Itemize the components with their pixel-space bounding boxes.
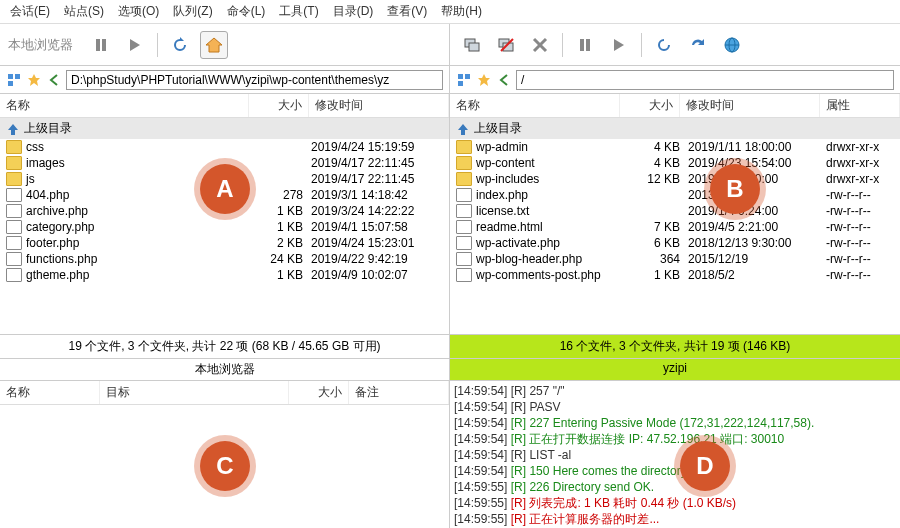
file-attr: -rw-r--r-- [820, 220, 894, 234]
col-note[interactable]: 备注 [349, 381, 449, 404]
col-name[interactable]: 名称 [0, 381, 100, 404]
svg-rect-1 [102, 39, 106, 51]
toolbar-row: 本地浏览器 [0, 24, 900, 66]
remote-tab[interactable]: yzipi [450, 359, 900, 381]
file-icon [6, 236, 22, 250]
file-row[interactable]: index.php2013/9/25-rw-r--r-- [450, 187, 900, 203]
menu-item[interactable]: 工具(T) [279, 3, 318, 20]
file-row[interactable]: gtheme.php1 KB2019/4/9 10:02:07 [0, 267, 449, 283]
file-name: wp-includes [476, 172, 626, 186]
file-icon [456, 252, 472, 266]
abort-icon[interactable] [526, 31, 554, 59]
globe-icon[interactable] [718, 31, 746, 59]
connect-icon[interactable] [458, 31, 486, 59]
remote-status: 16 个文件, 3 个文件夹, 共计 19 项 (146 KB) [450, 334, 900, 359]
refresh-icon[interactable] [650, 31, 678, 59]
file-size: 1 KB [249, 204, 303, 218]
pause-icon[interactable] [571, 31, 599, 59]
col-size[interactable]: 大小 [289, 381, 349, 404]
file-row[interactable]: wp-admin4 KB2019/1/11 18:00:00drwxr-xr-x [450, 139, 900, 155]
tree-icon[interactable] [6, 72, 22, 88]
pause-icon[interactable] [87, 31, 115, 59]
back-icon[interactable] [46, 72, 62, 88]
file-name: functions.php [26, 252, 249, 266]
back-icon[interactable] [496, 72, 512, 88]
log-line: [14:59:54] [R] 正在打开数据连接 IP: 47.52.196.21… [454, 431, 896, 447]
file-row[interactable]: wp-activate.php6 KB2018/12/13 9:30:00-rw… [450, 235, 900, 251]
local-tab[interactable]: 本地浏览器 [0, 359, 450, 381]
menu-item[interactable]: 查看(V) [387, 3, 427, 20]
remote-pane: 名称 大小 修改时间 属性 上级目录 wp-admin4 KB2019/1/11… [450, 94, 900, 334]
file-size: 278 [249, 188, 303, 202]
folder-icon [456, 140, 472, 154]
file-row[interactable]: wp-comments-post.php1 KB2018/5/2-rw-r--r… [450, 267, 900, 283]
parent-dir[interactable]: 上级目录 [0, 118, 449, 139]
file-row[interactable]: wp-content4 KB2019/4/23 15:54:00drwxr-xr… [450, 155, 900, 171]
file-name: index.php [476, 188, 626, 202]
col-target[interactable]: 目标 [100, 381, 289, 404]
file-date: 2018/12/13 9:30:00 [680, 236, 820, 250]
star-icon[interactable] [26, 72, 42, 88]
menu-item[interactable]: 会话(E) [10, 3, 50, 20]
file-date: 2019/4/24 15:23:01 [303, 236, 443, 250]
file-row[interactable]: readme.html7 KB2019/4/5 2:21:00-rw-r--r-… [450, 219, 900, 235]
file-row[interactable]: wp-blog-header.php3642015/12/19-rw-r--r-… [450, 251, 900, 267]
file-date: 2018/5/2 [680, 268, 820, 282]
file-row[interactable]: functions.php24 KB2019/4/22 9:42:19 [0, 251, 449, 267]
file-name: wp-content [476, 156, 626, 170]
local-path-input[interactable] [66, 70, 443, 90]
file-name: wp-activate.php [476, 236, 626, 250]
svg-rect-24 [458, 81, 463, 86]
file-attr: drwxr-xr-x [820, 156, 894, 170]
file-date: 2019/4/17 22:11:45 [303, 156, 443, 170]
file-date: 2019/1/11 18:00:00 [680, 140, 820, 154]
file-name: readme.html [476, 220, 626, 234]
col-date[interactable]: 修改时间 [309, 94, 449, 117]
file-row[interactable]: css2019/4/24 15:19:59 [0, 139, 449, 155]
play-icon[interactable] [121, 31, 149, 59]
file-size: 1 KB [249, 268, 303, 282]
up-arrow-icon [6, 122, 20, 136]
file-date: 2019/4/24 15:19:59 [303, 140, 443, 154]
menu-item[interactable]: 选项(O) [118, 3, 159, 20]
col-name[interactable]: 名称 [0, 94, 249, 117]
col-attr[interactable]: 属性 [820, 94, 900, 117]
file-icon [6, 220, 22, 234]
col-name[interactable]: 名称 [450, 94, 620, 117]
file-row[interactable]: footer.php2 KB2019/4/24 15:23:01 [0, 235, 449, 251]
sync-icon[interactable] [684, 31, 712, 59]
menu-item[interactable]: 帮助(H) [441, 3, 482, 20]
file-icon [456, 220, 472, 234]
file-row[interactable]: license.txt2019/1/4 0:24:00-rw-r--r-- [450, 203, 900, 219]
menu-item[interactable]: 站点(S) [64, 3, 104, 20]
folder-icon [6, 140, 22, 154]
star-icon[interactable] [476, 72, 492, 88]
file-icon [456, 268, 472, 282]
file-name: css [26, 140, 249, 154]
file-row[interactable]: wp-includes12 KB2019/4/8 9:40:00drwxr-xr… [450, 171, 900, 187]
menu-item[interactable]: 队列(Z) [173, 3, 212, 20]
menu-item[interactable]: 目录(D) [333, 3, 374, 20]
log-line: [14:59:54] [R] 257 "/" [454, 383, 896, 399]
file-date: 2019/4/23 15:54:00 [680, 156, 820, 170]
parent-dir[interactable]: 上级目录 [450, 118, 900, 139]
remote-path-input[interactable] [516, 70, 894, 90]
log-pane[interactable]: D [14:59:54] [R] 257 "/"[14:59:54] [R] P… [450, 381, 900, 528]
disconnect-icon[interactable] [492, 31, 520, 59]
svg-rect-13 [586, 39, 590, 51]
file-size: 6 KB [626, 236, 680, 250]
file-date: 2019/3/1 14:18:42 [303, 188, 443, 202]
refresh-icon[interactable] [166, 31, 194, 59]
home-icon[interactable] [200, 31, 228, 59]
menu-bar: 会话(E)站点(S)选项(O)队列(Z)命令(L)工具(T)目录(D)查看(V)… [0, 0, 900, 24]
col-size[interactable]: 大小 [249, 94, 309, 117]
play-icon[interactable] [605, 31, 633, 59]
svg-rect-18 [8, 74, 13, 79]
col-date[interactable]: 修改时间 [680, 94, 820, 117]
menu-item[interactable]: 命令(L) [227, 3, 266, 20]
svg-rect-0 [96, 39, 100, 51]
tree-icon[interactable] [456, 72, 472, 88]
file-row[interactable]: category.php1 KB2019/4/1 15:07:58 [0, 219, 449, 235]
folder-icon [456, 172, 472, 186]
col-size[interactable]: 大小 [620, 94, 680, 117]
